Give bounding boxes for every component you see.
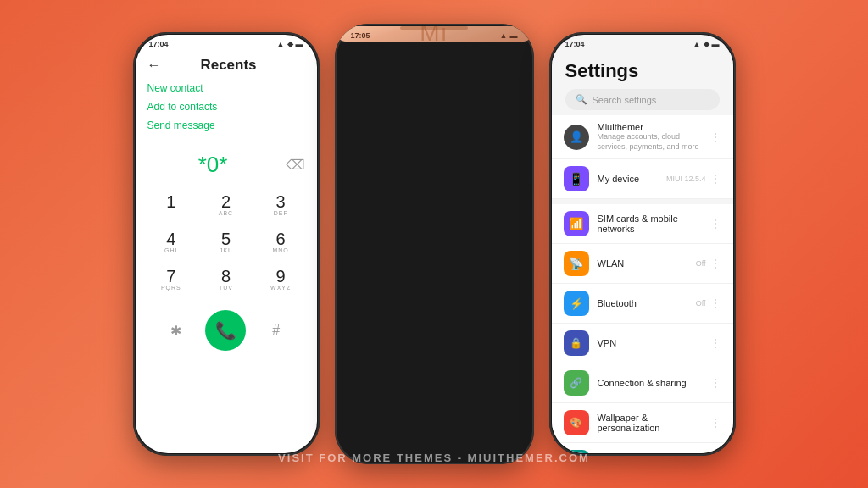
center-time: 17:05 — [351, 31, 370, 40]
dial-key-2[interactable]: 2ABC — [198, 186, 253, 224]
symbol-hash-icon[interactable]: # — [259, 323, 293, 338]
vpn-icon: 🔒 — [564, 330, 589, 356]
my-device-icon: 📱 — [564, 166, 589, 191]
dial-key-6[interactable]: 6MNO — [253, 224, 309, 261]
dialer-display: *0* — [147, 152, 279, 178]
settings-title: Settings — [565, 60, 720, 82]
dial-key-8[interactable]: 8TUV — [198, 261, 253, 298]
phone-right: 17:04 ▲ ◆ ▬ Settings 🔍 Search settings — [549, 32, 736, 456]
add-to-contacts-link[interactable]: Add to contacts — [147, 101, 305, 113]
symbol-star-icon[interactable]: ✱ — [159, 323, 192, 339]
my-device-text: My device — [598, 174, 658, 184]
my-device-version: MIUI 12.5.4 — [666, 175, 706, 183]
bluetooth-icon: ⚡ — [564, 291, 589, 316]
my-device-right: MIUI 12.5.4 ⋮ — [666, 172, 721, 186]
dial-key-1[interactable]: 1 — [144, 186, 199, 224]
profile-name: Miuithemer — [598, 122, 701, 132]
watermark: VISIT FOR MORE THEMES - MIUITHEMER.COM — [278, 452, 590, 464]
wlan-status: Off — [696, 259, 706, 268]
wlan-text: WLAN — [598, 258, 687, 269]
settings-list: 👤 Miuithemer Manage accounts, cloud serv… — [552, 115, 733, 453]
wlan-icon: 📡 — [564, 251, 589, 276]
right-screen: 17:04 ▲ ◆ ▬ Settings 🔍 Search settings — [552, 35, 733, 453]
recents-title: Recents — [170, 57, 288, 74]
connection-more-icon[interactable]: ⋮ — [709, 376, 721, 390]
dial-key-4[interactable]: 4GHI — [144, 224, 199, 261]
sim-more-icon[interactable]: ⋮ — [709, 217, 721, 230]
search-bar[interactable]: 🔍 Search settings — [565, 89, 720, 110]
center-signal-icon: ▲ — [500, 31, 508, 40]
profile-more-icon[interactable]: ⋮ — [709, 130, 721, 144]
phone-left: 17:04 ▲ ◆ ▬ ← Recents New contact Add to… — [133, 32, 320, 456]
left-screen: 17:04 ▲ ◆ ▬ ← Recents New contact Add to… — [136, 35, 317, 453]
search-icon: 🔍 — [576, 94, 587, 105]
vpn-text: VPN — [598, 338, 701, 348]
settings-item-connection[interactable]: 🔗 Connection & sharing ⋮ — [552, 363, 733, 403]
wallpaper-icon: 🎨 — [564, 410, 589, 435]
right-wifi-icon: ◆ — [704, 40, 709, 48]
right-status-bar: 17:04 ▲ ◆ ▬ — [552, 35, 733, 50]
signal-icon: ▲ — [277, 40, 285, 48]
bluetooth-title: Bluetooth — [598, 298, 687, 308]
right-status-icons: ▲ ◆ ▬ — [693, 40, 720, 48]
vpn-more-icon[interactable]: ⋮ — [709, 336, 721, 350]
phone-center: 17:05 ▲ ▬ Mi 🎵 Recorder 📁 File Manager — [335, 24, 534, 464]
connection-icon: 🔗 — [564, 370, 589, 396]
settings-header: Settings 🔍 Search settings — [552, 50, 733, 115]
wlan-title: WLAN — [598, 258, 687, 269]
sim-text: SIM cards & mobile networks — [598, 214, 701, 234]
connection-text: Connection & sharing — [598, 378, 701, 388]
settings-item-bluetooth[interactable]: ⚡ Bluetooth Off ⋮ — [552, 284, 733, 324]
settings-item-sim[interactable]: 📶 SIM cards & mobile networks ⋮ — [552, 204, 733, 244]
bluetooth-right: Off ⋮ — [696, 297, 721, 310]
recents-header: ← Recents — [136, 50, 317, 79]
wallpaper-title: Wallpaper & personalization — [598, 413, 701, 433]
settings-item-my-device[interactable]: 📱 My device MIUI 12.5.4 ⋮ — [552, 159, 733, 199]
wlan-right: Off ⋮ — [696, 257, 721, 270]
center-battery-icon: ▬ — [510, 31, 518, 40]
right-battery-icon: ▬ — [712, 40, 720, 48]
battery-icon: ▬ — [296, 40, 303, 48]
new-contact-link[interactable]: New contact — [147, 82, 305, 94]
wifi-icon: ◆ — [287, 40, 293, 48]
sim-title: SIM cards & mobile networks — [598, 214, 701, 234]
home-indicator — [400, 26, 468, 30]
profile-avatar: 👤 — [564, 125, 589, 150]
settings-item-vpn[interactable]: 🔒 VPN ⋮ — [552, 324, 733, 363]
settings-item-wlan[interactable]: 📡 WLAN Off ⋮ — [552, 244, 733, 284]
right-signal-icon: ▲ — [693, 40, 701, 48]
send-message-link[interactable]: Send message — [147, 119, 305, 131]
dial-key-3[interactable]: 3DEF — [253, 186, 309, 224]
center-screen: 17:05 ▲ ▬ Mi 🎵 Recorder 📁 File Manager — [337, 26, 531, 42]
contact-actions: New contact Add to contacts Send message — [136, 79, 317, 135]
wlan-more-icon[interactable]: ⋮ — [709, 257, 721, 270]
vpn-title: VPN — [598, 338, 701, 348]
delete-button[interactable]: ⌫ — [286, 157, 305, 173]
bluetooth-status: Off — [696, 299, 706, 308]
profile-sub: Manage accounts, cloud services, payment… — [598, 132, 701, 152]
right-time: 17:04 — [565, 40, 585, 48]
dial-key-9[interactable]: 9WXYZ — [253, 261, 309, 298]
sim-icon: 📶 — [564, 211, 589, 236]
bluetooth-more-icon[interactable]: ⋮ — [709, 297, 721, 310]
center-status-icons: ▲ ▬ — [500, 31, 518, 40]
settings-item-profile[interactable]: 👤 Miuithemer Manage accounts, cloud serv… — [552, 115, 733, 159]
phones-container: 17:04 ▲ ◆ ▬ ← Recents New contact Add to… — [116, 0, 753, 488]
left-status-bar: 17:04 ▲ ◆ ▬ — [136, 35, 317, 50]
dialer-input-row: *0* ⌫ — [136, 135, 317, 186]
search-placeholder: Search settings — [593, 95, 657, 105]
settings-item-wallpaper[interactable]: 🎨 Wallpaper & personalization ⋮ — [552, 403, 733, 443]
dial-key-7[interactable]: 7PQRS — [144, 261, 199, 298]
dial-key-5[interactable]: 5JKL — [198, 224, 253, 261]
dialer-bottom: ✱ 📞 # — [136, 302, 317, 359]
dialpad: 1 2ABC 3DEF 4GHI 5JKL 6MNO 7PQRS 8TUV 9W… — [136, 186, 317, 298]
my-device-title: My device — [598, 174, 658, 184]
wallpaper-text: Wallpaper & personalization — [598, 413, 701, 433]
call-button[interactable]: 📞 — [205, 310, 246, 351]
wallpaper-more-icon[interactable]: ⋮ — [709, 416, 721, 430]
profile-text: Miuithemer Manage accounts, cloud servic… — [598, 122, 701, 152]
left-time: 17:04 — [149, 40, 169, 48]
left-status-icons: ▲ ◆ ▬ — [277, 40, 303, 48]
my-device-more-icon[interactable]: ⋮ — [709, 172, 721, 186]
back-arrow-icon[interactable]: ← — [147, 58, 161, 73]
